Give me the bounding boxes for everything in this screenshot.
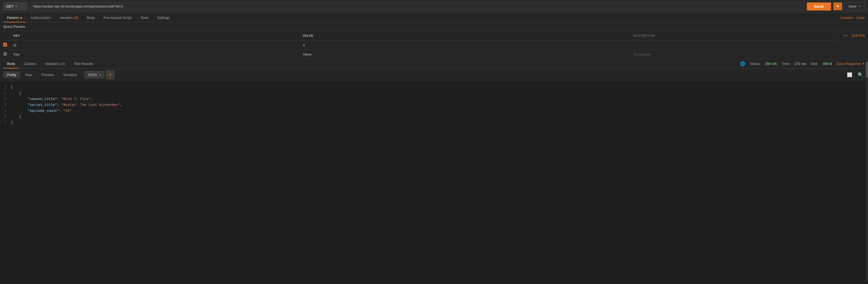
format-visualize-button[interactable]: Visualize bbox=[59, 71, 81, 78]
tab-authorization[interactable]: Authorization bbox=[27, 13, 55, 22]
col-value-header: VALUE bbox=[300, 31, 630, 40]
format-toolbar: Pretty Raw Preview Visualize JSON ▼ ≡ ⬜ … bbox=[0, 69, 868, 81]
col-desc-header: DESCRIPTION bbox=[630, 31, 838, 40]
tab-body[interactable]: Body bbox=[83, 13, 99, 22]
format-raw-button[interactable]: Raw bbox=[22, 71, 36, 78]
params-dot bbox=[20, 17, 22, 19]
code-line-4: 4 "series_title": "Avatar: The Last Airb… bbox=[0, 102, 868, 108]
response-tab-cookies[interactable]: Cookies bbox=[20, 59, 40, 68]
scrollbar-thumb bbox=[866, 62, 868, 78]
code-line-1: 1 [ bbox=[0, 84, 868, 90]
row-value[interactable]: 3 bbox=[300, 40, 630, 50]
url-input[interactable] bbox=[30, 2, 805, 10]
response-tab-body[interactable]: Body bbox=[3, 59, 19, 68]
row-key[interactable]: id bbox=[10, 40, 300, 50]
format-dropdown-icon: ▼ bbox=[99, 73, 101, 76]
send-dropdown-button[interactable]: ▼ bbox=[833, 2, 842, 10]
save-button[interactable]: Save ▼ bbox=[844, 2, 865, 10]
table-row: id 3 bbox=[0, 40, 868, 50]
format-pretty-button[interactable]: Pretty bbox=[3, 71, 20, 78]
bulk-edit-button[interactable]: Bulk Edit bbox=[852, 34, 865, 37]
wrap-icon: ≡ bbox=[109, 72, 112, 77]
response-tab-headers[interactable]: Headers (10) bbox=[41, 59, 69, 68]
toolbar-right: ⬜ 🔍 bbox=[845, 71, 865, 78]
code-line-5: 5 "episode_count": "21" bbox=[0, 108, 868, 114]
format-type-select[interactable]: JSON ▼ bbox=[85, 71, 104, 78]
code-line-2: 2 { bbox=[0, 90, 868, 96]
col-key-header: KEY bbox=[10, 31, 300, 40]
format-preview-button[interactable]: Preview bbox=[38, 71, 58, 78]
method-select[interactable]: GET ▼ bbox=[3, 2, 28, 10]
tab-tests[interactable]: Tests bbox=[137, 13, 152, 22]
query-params-header: Query Params bbox=[0, 23, 868, 31]
code-line-7: 7 ] bbox=[0, 120, 868, 126]
placeholder-value[interactable]: Value bbox=[300, 50, 630, 59]
method-label: GET bbox=[6, 4, 13, 8]
save-response-button[interactable]: Save Response ▼ bbox=[836, 62, 865, 66]
row-checkbox-cell bbox=[0, 40, 10, 50]
response-section: Body Cookies Headers (10) Test Results 🌐… bbox=[0, 59, 868, 282]
row-description[interactable] bbox=[630, 40, 838, 50]
more-options-button[interactable]: ••• bbox=[841, 33, 850, 38]
tabs-right: Cookies Code bbox=[840, 15, 865, 20]
save-dropdown-icon: ▼ bbox=[858, 5, 861, 8]
wrap-button[interactable]: ≡ bbox=[106, 70, 115, 79]
cookies-link[interactable]: Cookies bbox=[840, 15, 853, 20]
send-button[interactable]: Send bbox=[807, 2, 831, 10]
tab-settings[interactable]: Settings bbox=[153, 13, 174, 22]
response-tab-testresults[interactable]: Test Results bbox=[70, 59, 97, 68]
scrollbar[interactable] bbox=[866, 59, 868, 282]
placeholder-key[interactable]: Key bbox=[10, 50, 300, 59]
copy-button[interactable]: ⬜ bbox=[845, 71, 854, 78]
method-dropdown-icon: ▼ bbox=[15, 5, 18, 8]
main-container: Params Authorization Headers (6) Body Pr… bbox=[0, 13, 868, 282]
row-checkbox[interactable] bbox=[3, 43, 7, 46]
tab-params[interactable]: Params bbox=[3, 13, 26, 22]
globe-icon: 🌐 bbox=[740, 61, 745, 66]
code-line-6: 6 } bbox=[0, 114, 868, 120]
placeholder-description[interactable]: Description bbox=[630, 50, 838, 59]
placeholder-checkbox[interactable] bbox=[3, 52, 7, 56]
search-button[interactable]: 🔍 bbox=[856, 71, 865, 78]
tab-headers[interactable]: Headers (6) bbox=[56, 13, 82, 22]
save-response-dropdown-icon: ▼ bbox=[862, 62, 865, 65]
table-placeholder-row: Key Value Description bbox=[0, 50, 868, 59]
url-bar: GET ▼ Send ▼ Save ▼ bbox=[0, 0, 868, 13]
request-tabs-row: Params Authorization Headers (6) Body Pr… bbox=[0, 13, 868, 23]
code-area: 1 [ 2 { 3 "season_title": "Book 3: Fire"… bbox=[0, 81, 868, 282]
code-line-3: 3 "season_title": "Book 3: Fire", bbox=[0, 96, 868, 102]
col-check bbox=[0, 31, 10, 40]
code-link[interactable]: Code bbox=[857, 15, 865, 20]
response-status: 🌐 Status: 200 OK Time: 173 ms Size: 388 … bbox=[740, 61, 865, 66]
tab-prerequest[interactable]: Pre-request Script bbox=[100, 13, 135, 22]
table-actions: ••• Bulk Edit bbox=[838, 31, 868, 40]
response-tabs-row: Body Cookies Headers (10) Test Results 🌐… bbox=[0, 59, 868, 69]
params-table: KEY VALUE DESCRIPTION ••• Bulk Edit id 3 bbox=[0, 31, 868, 59]
